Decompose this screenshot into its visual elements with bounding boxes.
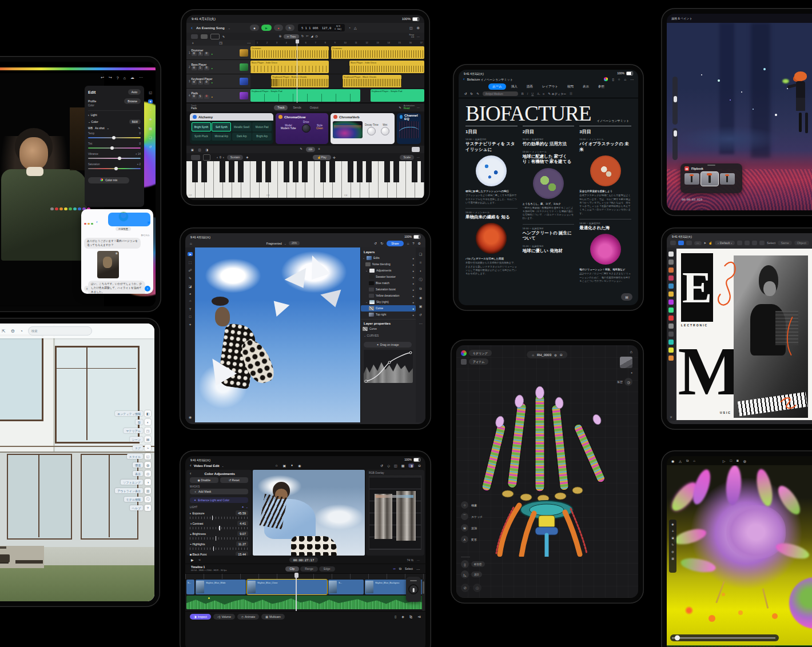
tab-clip[interactable]: Clip — [285, 566, 300, 572]
tab-insert[interactable]: 挿入 — [507, 83, 522, 90]
preset-minimal-arp[interactable]: Minimal Arp — [212, 133, 231, 141]
preset-synth-pluck[interactable]: Synth Pluck — [192, 133, 211, 141]
volume-button[interactable]: ◁) Volume — [213, 614, 235, 620]
vibrance-slider[interactable] — [88, 158, 141, 159]
preset-dropdown[interactable]: ‹ Default › — [715, 241, 735, 245]
copy-icon[interactable]: ⧉ — [279, 34, 281, 39]
multicam-button[interactable]: ▦ Multicam — [261, 614, 285, 620]
project-title[interactable]: Video Final Edit — [194, 464, 220, 468]
layer-blue-match[interactable]: Blue match● — [361, 280, 416, 286]
home-icon[interactable]: ⌂ — [532, 353, 534, 357]
import-icon[interactable]: ⌂ — [276, 464, 278, 468]
track-row-pads[interactable]: 4 Pads MSR● Keyboard Player - Simple Pad… — [186, 89, 424, 103]
connect-icon[interactable]: ∞ — [393, 567, 396, 570]
text-tool[interactable] — [668, 340, 674, 345]
add-mask-button[interactable]: ＋ Add Mask — [190, 489, 248, 494]
loop-icon[interactable]: ↻ — [301, 34, 304, 39]
layer-sweater[interactable]: Sweater booster● — [361, 274, 416, 280]
panel-materials[interactable]: マテリアル◳ — [115, 428, 151, 434]
rail-rotate-icon[interactable]: ↻ — [671, 543, 674, 546]
region-pads-1[interactable]: Keyboard Player - Simple Pad — [250, 89, 360, 102]
share-button[interactable]: Share — [387, 241, 403, 246]
list-button[interactable]: ☰ — [570, 92, 572, 95]
eraser-tool[interactable]: ◪ — [189, 284, 192, 288]
octave-up-button[interactable]: › — [223, 155, 224, 159]
glide-icon[interactable]: ✛ — [333, 155, 336, 159]
keyboard-more-icon[interactable]: ⋯ — [417, 155, 420, 159]
mute-icon[interactable]: ◈ — [401, 614, 404, 618]
light-chevron-icon[interactable]: ⌄ — [246, 505, 248, 509]
clone-tool[interactable]: ⌾ — [189, 299, 192, 303]
sustain-button[interactable]: Sustain — [227, 155, 244, 160]
vector-brush-tool[interactable] — [668, 307, 674, 313]
track-row-bass[interactable]: 2 Bass Player MSR● Bass Player - Indie D… — [186, 60, 424, 74]
share-icon[interactable]: ⌂ — [630, 350, 632, 354]
sketch-icon[interactable]: ⌒ — [461, 513, 468, 520]
poster-canvas[interactable]: E LECTRONIC M USIC — [676, 249, 812, 420]
slider-black-point[interactable]: ◙ Black Point15.44 — [190, 552, 248, 556]
brush-opacity-slider[interactable] — [672, 128, 678, 160]
region-pads-2[interactable]: Keyboard Player - Simple Pad — [371, 89, 424, 102]
zoom-badge[interactable]: 26% — [289, 241, 300, 245]
layer-curve[interactable]: Curve● — [361, 305, 416, 311]
modeling-button[interactable]: モデリング — [469, 350, 492, 356]
light-section[interactable]: Light — [91, 113, 97, 117]
voiceover-icon[interactable]: ◉ — [298, 464, 301, 468]
more-icon[interactable]: ⋯ — [417, 35, 420, 38]
help-icon[interactable]: ? — [117, 76, 119, 80]
panel-softening[interactable]: ソフトニング◑ — [115, 479, 151, 485]
piano-keyboard[interactable]: C2 C3 C4 — [186, 161, 424, 198]
fade-icon[interactable]: ◢ — [311, 34, 313, 39]
arpeggiator-icon[interactable]: ◨ — [205, 148, 208, 151]
plugin-alchemy[interactable]: Alchemy Bright Synth Soft Synth Metallic… — [190, 113, 273, 144]
color-picker-tool[interactable] — [668, 356, 674, 361]
layer-edits[interactable]: ⌄Edits● — [361, 255, 416, 261]
tab-reference[interactable]: 参照 — [594, 83, 608, 90]
delete-icon[interactable]: ▯ — [395, 614, 396, 618]
flip-icon[interactable] — [745, 241, 750, 245]
back-icon[interactable]: ‹ — [96, 219, 98, 225]
pencil-tool[interactable] — [668, 267, 674, 273]
editor-button[interactable]: ✎ エディター — [548, 92, 566, 95]
panel-entity-info[interactable]: エンティティ情報◧ — [115, 410, 151, 417]
browse-button[interactable]: Browse — [124, 98, 141, 104]
snap-value[interactable]: 1/4 — [409, 37, 414, 39]
same-menu[interactable]: Same — [778, 241, 791, 245]
color-chip[interactable]: ◉ — [189, 415, 192, 419]
node-tool[interactable] — [668, 259, 674, 265]
fill-tool[interactable]: ◕ — [189, 292, 192, 295]
split-right-icon[interactable]: ⧏ — [417, 614, 421, 618]
history-icon[interactable]: ◷ — [624, 378, 632, 386]
footer-more-icon[interactable]: ⋯ — [417, 106, 420, 109]
comments-rail-icon[interactable]: ◗ — [420, 269, 422, 273]
masking-icon[interactable]: ◔ — [149, 109, 152, 112]
fill-tool[interactable] — [668, 291, 674, 297]
properties-rail-icon[interactable]: ⌗ — [420, 261, 421, 265]
track-options-icon[interactable]: ◳ — [219, 41, 222, 46]
tab-track[interactable]: Track — [274, 105, 288, 110]
items-button[interactable]: アイテム — [469, 358, 488, 365]
more-icon[interactable]: ⋯ — [630, 77, 634, 81]
minimize-icon[interactable]: ⊖ — [418, 464, 421, 468]
pages-icon[interactable] — [670, 241, 676, 245]
region-tool-button[interactable] — [210, 34, 220, 39]
select-menu[interactable]: Select — [767, 241, 775, 245]
overwrite-icon[interactable]: ⧉ — [399, 567, 401, 571]
text-tool[interactable]: T — [189, 307, 192, 311]
cursor-tool-icon[interactable]: ➤ — [704, 241, 707, 245]
collapse-icon[interactable]: ⊖ — [560, 353, 563, 357]
gradient-tool[interactable] — [668, 299, 674, 305]
crop-tool[interactable] — [668, 324, 674, 329]
italic-button[interactable]: I — [527, 92, 528, 95]
preset-bright-synth[interactable]: Bright Synth — [192, 122, 211, 131]
plugin-channel-eq[interactable]: Channel EQ — [397, 113, 421, 144]
panel-environment[interactable]: 環境◍ — [115, 462, 151, 468]
orbit-toggle[interactable]: ◎ — [473, 584, 481, 592]
info-rail-icon[interactable]: ⓘ — [419, 277, 423, 282]
contact-name[interactable]: 白雪牧恵 — [118, 227, 128, 230]
stop-icon[interactable]: □ — [730, 459, 732, 463]
metronome-icon[interactable]: △ — [354, 26, 357, 30]
tab-draw[interactable]: 描画 — [523, 83, 537, 90]
clip-skyline-wide[interactable]: Skyline_Blue_Wide — [196, 580, 246, 594]
panel-display[interactable]: 表示◎ — [115, 470, 151, 477]
